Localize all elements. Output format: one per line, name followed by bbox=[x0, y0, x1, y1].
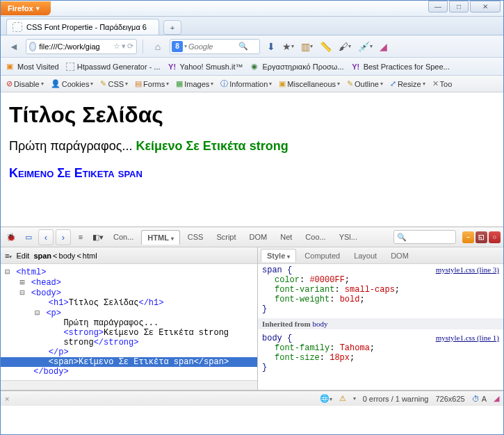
globe-status-icon[interactable]: 🌐▾ bbox=[320, 394, 332, 403]
page-h1: Τίτλος Σελίδας bbox=[9, 102, 495, 128]
wd-resize[interactable]: ⤢Resize▾ bbox=[387, 78, 428, 90]
split-icon[interactable]: ◧▾ bbox=[90, 231, 106, 244]
fb-tab-yslow[interactable]: YSl... bbox=[334, 230, 363, 244]
fb-forward-button[interactable]: › bbox=[56, 229, 71, 245]
star-icon[interactable]: ☆ bbox=[113, 42, 120, 51]
style-tab-style[interactable]: Style ▾ bbox=[261, 249, 296, 262]
bookmark-most-visited[interactable]: ▣Most Visited bbox=[5, 62, 59, 72]
paint-icon[interactable]: 🖌▾ bbox=[339, 41, 351, 52]
fb-close-button[interactable]: ○ bbox=[489, 231, 501, 243]
wd-tools[interactable]: ✕Too bbox=[430, 78, 455, 90]
search-provider-icon[interactable]: 8 bbox=[172, 41, 183, 52]
resize-icon: ⤢ bbox=[390, 79, 396, 88]
search-input[interactable] bbox=[188, 42, 237, 51]
search-field[interactable]: 8 ▾ 🔍 bbox=[170, 39, 260, 54]
html-tree[interactable]: ⊟ <html> ⊞ <head> ⊟ <body> <h1>Τίτλος Σε… bbox=[1, 264, 257, 380]
bookmark-htpasswd[interactable]: Htpasswd Generator - ... bbox=[66, 63, 161, 71]
wd-cookies[interactable]: 👤Cookies▾ bbox=[48, 78, 97, 90]
page-favicon bbox=[13, 22, 22, 32]
eyedropper-icon[interactable]: 💉▾ bbox=[358, 41, 373, 52]
window-close-button[interactable]: ✕ bbox=[470, 1, 501, 13]
fb-search-input[interactable]: 🔍 bbox=[393, 230, 456, 244]
css-prop[interactable]: font-size: 18px; bbox=[262, 353, 499, 363]
fb-tab-script[interactable]: Script bbox=[211, 230, 241, 244]
breadcrumb[interactable]: span < body < html bbox=[33, 252, 97, 260]
pencil-icon: ✎ bbox=[347, 79, 353, 88]
history-dropdown-icon[interactable]: ▾ bbox=[122, 42, 126, 51]
rule-selector[interactable]: span { bbox=[262, 265, 292, 275]
back-button[interactable]: ◄ bbox=[5, 38, 23, 55]
fb-tab-dom[interactable]: DOM bbox=[244, 230, 273, 244]
form-icon: ▤ bbox=[135, 79, 142, 88]
page-icon bbox=[66, 63, 74, 71]
rule-source-link[interactable]: mystyle1.css (line 3) bbox=[436, 265, 499, 275]
style-tab-layout[interactable]: Layout bbox=[348, 249, 382, 262]
menu-icon[interactable]: ≡▾ bbox=[5, 252, 12, 260]
addon-status-icon[interactable]: ◢ bbox=[494, 394, 499, 403]
warning-icon[interactable]: ⚠ bbox=[339, 394, 346, 403]
wd-forms[interactable]: ▤Forms▾ bbox=[132, 78, 172, 90]
download-icon[interactable]: ⬇ bbox=[267, 41, 275, 52]
rule-selector[interactable]: body { bbox=[262, 334, 292, 343]
ruler-icon[interactable]: 📏 bbox=[320, 41, 332, 52]
window-minimize-button[interactable]: — bbox=[428, 1, 448, 13]
yslow-badge[interactable]: ⏱A bbox=[472, 395, 487, 403]
inherited-src-link[interactable]: body bbox=[313, 320, 328, 328]
new-tab-button[interactable]: + bbox=[163, 20, 181, 35]
wd-information[interactable]: ⓘInformation▾ bbox=[218, 77, 275, 90]
tab-title: CSS Font Propertie - Παράδειγμα 6 bbox=[26, 23, 147, 31]
url-input[interactable] bbox=[39, 42, 111, 51]
home-button[interactable]: ⌂ bbox=[149, 38, 167, 55]
addon-icon[interactable]: ◢ bbox=[380, 41, 387, 52]
bookmark-menu-icon[interactable]: ★▾ bbox=[282, 41, 294, 52]
selected-node[interactable]: <span>Κείμενο Σε Ετικέτα span</span> bbox=[1, 357, 257, 367]
url-field[interactable]: ☆ ▾ ⟳ bbox=[26, 39, 137, 54]
yahoo-icon: Y! bbox=[168, 62, 177, 72]
style-tab-dom[interactable]: DOM bbox=[385, 249, 414, 262]
wd-miscellaneous[interactable]: ▣Miscellaneous▾ bbox=[276, 78, 343, 90]
inherited-from-header: Inherited from body bbox=[258, 318, 503, 329]
window-maximize-button[interactable]: □ bbox=[449, 1, 469, 13]
wd-images[interactable]: ▦Images▾ bbox=[173, 78, 216, 90]
firefox-label: Firefox bbox=[8, 4, 33, 13]
wd-css[interactable]: ✎CSS▾ bbox=[97, 78, 131, 90]
toolbox-icon[interactable]: ▥▾ bbox=[301, 41, 313, 52]
globe-icon: ◉ bbox=[250, 62, 259, 72]
browser-tab[interactable]: CSS Font Propertie - Παράδειγμα 6 bbox=[6, 19, 159, 35]
css-prop[interactable]: font-weight: bold; bbox=[262, 295, 499, 304]
chevron-down-icon[interactable]: ▾ bbox=[184, 43, 187, 49]
inspect-icon[interactable]: ▭ bbox=[21, 231, 36, 244]
fb-tab-html[interactable]: HTML ▾ bbox=[141, 230, 179, 245]
css-prop[interactable]: color: #0000FF; bbox=[262, 275, 499, 285]
reload-icon[interactable]: ⟳ bbox=[127, 42, 133, 51]
style-tab-computed[interactable]: Computed bbox=[299, 249, 346, 262]
bookmark-best-practices[interactable]: Y!Best Practices for Spee... bbox=[351, 62, 450, 72]
css-prop[interactable]: font-variant: small-caps; bbox=[262, 285, 499, 295]
wd-disable[interactable]: ⊘Disable▾ bbox=[3, 78, 47, 90]
close-x-icon[interactable]: × bbox=[5, 395, 9, 403]
fb-tab-net[interactable]: Net bbox=[275, 230, 298, 244]
h-scrollbar[interactable] bbox=[1, 380, 257, 390]
wd-outline[interactable]: ✎Outline▾ bbox=[344, 78, 386, 90]
rule-source-link[interactable]: mystyle1.css (line 1) bbox=[436, 334, 499, 343]
fb-detach-button[interactable]: ◱ bbox=[475, 231, 487, 243]
css-rules-panel[interactable]: span {mystyle1.css (line 3) color: #0000… bbox=[258, 264, 503, 390]
fb-tab-cookies[interactable]: Coo... bbox=[300, 230, 331, 244]
edit-button[interactable]: Edit bbox=[16, 252, 29, 260]
bookmark-lab[interactable]: ◉Εργαστηριακό Προσω... bbox=[250, 62, 343, 72]
lines-icon[interactable]: ≡ bbox=[73, 231, 88, 243]
pencil-icon: ✎ bbox=[100, 79, 106, 88]
fb-tab-console[interactable]: Con... bbox=[108, 230, 139, 244]
firefox-menu-button[interactable]: Firefox ▾ bbox=[1, 1, 51, 15]
search-go-icon[interactable]: 🔍 bbox=[238, 42, 248, 51]
rule-brace: } bbox=[262, 363, 499, 372]
fb-tab-css[interactable]: CSS bbox=[182, 230, 209, 244]
errors-text[interactable]: 0 errors / 1 warning bbox=[363, 395, 429, 403]
bookmark-smush[interactable]: Y!Yahoo! Smush.it™ bbox=[168, 62, 243, 72]
css-prop[interactable]: font-family: Tahoma; bbox=[262, 343, 499, 353]
wrench-icon: ✕ bbox=[432, 79, 439, 88]
fb-back-button[interactable]: ‹ bbox=[38, 229, 54, 245]
firebug-icon[interactable]: 🐞 bbox=[3, 231, 19, 244]
feed-icon: ▣ bbox=[5, 62, 15, 72]
fb-minimize-button[interactable]: – bbox=[462, 231, 474, 243]
